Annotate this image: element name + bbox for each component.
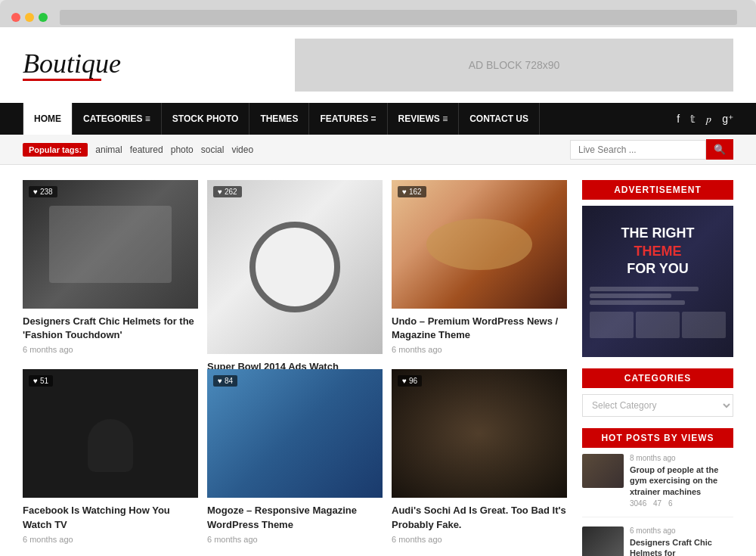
hot-posts-title: HOT POSTS BY VIEWS <box>582 428 733 448</box>
nav-home[interactable]: HOME <box>23 103 73 135</box>
ad-images-row <box>590 312 726 338</box>
browser-chrome <box>0 0 756 27</box>
hot-post-item-2[interactable]: 6 months ago Designers Craft Chic Helmet… <box>582 526 733 556</box>
address-bar[interactable] <box>60 10 737 25</box>
views-count-1: 3046 <box>630 499 646 508</box>
nav-reviews[interactable]: REVIEWS ≡ <box>388 103 460 135</box>
search-input[interactable] <box>570 140 706 160</box>
hot-post-item-1[interactable]: 8 months ago Group of people at the gym … <box>582 454 733 517</box>
nav-links: HOME CATEGORIES ≡ STOCK PHOTO THEMES FEA… <box>23 103 540 135</box>
hot-post-info-2: 6 months ago Designers Craft Chic Helmet… <box>630 526 733 556</box>
like-badge-2: 262 <box>213 186 242 197</box>
post-card-6[interactable]: 96 Audi's Sochi Ad Is Great. Too Bad It'… <box>392 369 567 543</box>
post-image-3: 162 <box>392 180 567 309</box>
tags-bar: Popular tags: animal featured photo soci… <box>0 135 756 165</box>
main-navigation: HOME CATEGORIES ≡ STOCK PHOTO THEMES FEA… <box>0 103 756 135</box>
ad-mini-img-3 <box>682 312 726 338</box>
hot-post-date-1: 8 months ago <box>630 454 733 462</box>
nav-themes[interactable]: THEMES <box>249 103 309 135</box>
header-ad-block: AD BLOCK 728x90 <box>295 39 733 92</box>
shares-count-1: 6 <box>668 499 673 508</box>
hot-posts-list: 8 months ago Group of people at the gym … <box>582 454 733 556</box>
hot-post-info-1: 8 months ago Group of people at the gym … <box>630 454 733 508</box>
ad-bar-3 <box>590 300 685 305</box>
sidebar: ADVERTISEMENT THE RIGHTTHEMEFOR YOU CATE… <box>582 180 733 556</box>
ad-mini-content <box>590 284 726 307</box>
sidebar-ad-banner[interactable]: THE RIGHTTHEMEFOR YOU <box>582 206 733 357</box>
post-date-1: 6 months ago <box>23 345 198 354</box>
search-button[interactable]: 🔍 <box>706 139 733 160</box>
like-badge-1: 238 <box>29 186 57 197</box>
tag-featured[interactable]: featured <box>130 144 163 155</box>
post-image-4: 51 <box>23 369 198 498</box>
hot-post-thumb-2 <box>582 526 624 556</box>
ad-mini-img-2 <box>636 312 680 338</box>
posts-row-2: 51 Facebook Is Watching How You Watch TV… <box>23 369 567 543</box>
post-date-5: 6 months ago <box>207 535 383 544</box>
minimize-dot[interactable] <box>25 13 34 22</box>
tag-animal[interactable]: animal <box>95 144 122 155</box>
ad-mini-img-1 <box>590 312 634 338</box>
hot-post-date-2: 6 months ago <box>630 526 733 535</box>
post-card-4[interactable]: 51 Facebook Is Watching How You Watch TV… <box>23 369 198 543</box>
maximize-dot[interactable] <box>39 13 48 22</box>
post-image-6: 96 <box>392 369 567 498</box>
post-card-1[interactable]: 238 Designers Craft Chic Helmets for the… <box>23 180 198 354</box>
post-title-4: Facebook Is Watching How You Watch TV <box>23 504 198 531</box>
ad-banner-text: THE RIGHTTHEMEFOR YOU <box>621 225 695 278</box>
post-image-2: 262 <box>207 180 383 354</box>
hot-post-title-2: Designers Craft Chic Helmets for <box>630 537 733 556</box>
like-badge-5: 84 <box>213 375 237 387</box>
nav-stock-photo[interactable]: STOCK PHOTO <box>162 103 250 135</box>
post-date-4: 6 months ago <box>23 535 198 544</box>
post-image-5: 84 <box>207 369 383 498</box>
post-card-3[interactable]: 162 Undo – Premium WordPress News / Maga… <box>392 180 567 354</box>
post-date-3: 6 months ago <box>392 345 567 354</box>
googleplus-icon[interactable]: g⁺ <box>722 113 733 126</box>
hot-post-title-1: Group of people at the gym exercising on… <box>630 464 733 497</box>
like-badge-6: 96 <box>398 375 422 387</box>
category-select[interactable]: Select Category <box>582 394 733 417</box>
categories-title: CATEGORIES <box>582 368 733 388</box>
nav-features[interactable]: FEATURES = <box>309 103 387 135</box>
advertisement-title: ADVERTISEMENT <box>582 180 733 200</box>
post-title-3: Undo – Premium WordPress News / Magazine… <box>392 315 567 342</box>
ad-bar-2 <box>590 294 671 298</box>
post-title-1: Designers Craft Chic Helmets for the 'Fa… <box>23 315 198 342</box>
tag-video[interactable]: video <box>231 144 253 155</box>
hot-post-stats-1: 3046 47 6 <box>630 499 733 508</box>
nav-contact[interactable]: CONTACT US <box>459 103 540 135</box>
comments-count-1: 47 <box>653 499 662 508</box>
post-image-1: 238 <box>23 180 198 309</box>
tag-social[interactable]: social <box>201 144 225 155</box>
facebook-icon[interactable]: f <box>677 113 680 126</box>
post-card-5[interactable]: 84 Mogoze – Responsive Magazine WordPres… <box>207 369 383 543</box>
popular-tags-label: Popular tags: <box>23 143 88 157</box>
post-date-6: 6 months ago <box>392 535 567 544</box>
search-area: 🔍 <box>570 139 733 160</box>
site-wrapper: Boutique AD BLOCK 728x90 HOME CATEGORIES… <box>0 27 756 556</box>
post-title-6: Audi's Sochi Ad Is Great. Too Bad It's P… <box>392 504 567 531</box>
site-header: Boutique AD BLOCK 728x90 <box>0 27 756 103</box>
like-badge-4: 51 <box>29 375 53 387</box>
post-card-2[interactable]: 262 Super Bowl 2014 Ads Watch Commercial… <box>207 180 383 354</box>
posts-row-1: 238 Designers Craft Chic Helmets for the… <box>23 180 567 354</box>
social-icons: f 𝕥 𝑝 g⁺ <box>677 113 733 126</box>
tag-photo[interactable]: photo <box>171 144 194 155</box>
like-badge-3: 162 <box>398 186 426 197</box>
post-title-5: Mogoze – Responsive Magazine WordPress T… <box>207 504 383 531</box>
ad-bar-1 <box>590 287 699 291</box>
posts-grid: 238 Designers Craft Chic Helmets for the… <box>23 180 567 556</box>
close-dot[interactable] <box>11 13 20 22</box>
logo-underline <box>23 79 101 81</box>
site-logo[interactable]: Boutique <box>23 50 121 77</box>
clock-graphic <box>249 222 340 312</box>
hot-post-thumb-1 <box>582 454 624 488</box>
pinterest-icon[interactable]: 𝑝 <box>706 113 711 126</box>
main-content: 238 Designers Craft Chic Helmets for the… <box>0 165 756 556</box>
twitter-icon[interactable]: 𝕥 <box>690 113 696 126</box>
nav-categories[interactable]: CATEGORIES ≡ <box>73 103 162 135</box>
logo-area[interactable]: Boutique <box>23 50 121 81</box>
